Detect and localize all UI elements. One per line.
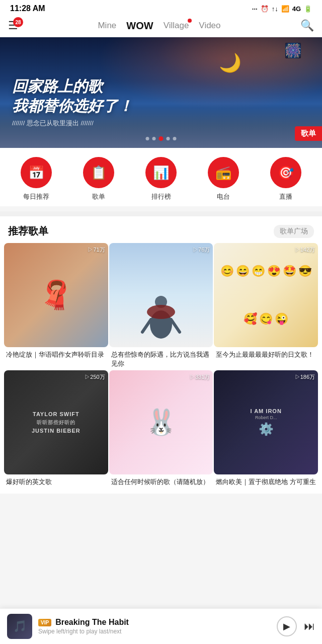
village-dot [188, 19, 192, 23]
dot-2[interactable] [152, 137, 156, 140]
player-controls: ▶ ⏭ [277, 616, 315, 636]
play-count-2: ▷76万 [193, 246, 210, 254]
player-sub-text: Swipe left/right to play last/next [38, 628, 271, 635]
dot-1[interactable] [146, 137, 149, 140]
svg-point-4 [147, 305, 175, 319]
banner-title: 回家路上的歌我都替你选好了！ [12, 76, 133, 116]
banner[interactable]: 🌙 🎆 回家路上的歌我都替你选好了！ /////// 思念已从歌里漫出 ////… [0, 37, 322, 148]
recommend-title: 推荐歌单 [8, 224, 48, 238]
quick-icons: 📅 每日推荐 📋 歌单 📊 排行榜 📻 电台 🎯 直播 [0, 148, 322, 206]
alarm-icon: ⏰ [261, 5, 269, 13]
play-pause-button[interactable]: ▶ [277, 616, 297, 636]
playlist-item-2[interactable]: ▷76万 总有些惊奇的际遇，比方说当我遇见你 [109, 243, 213, 369]
playlist-item-6[interactable]: I AM IRON Robert D... ⚙️ ▷186万 燃向欧美｜置于彻底… [214, 370, 318, 488]
radio-label: 电台 [217, 192, 230, 201]
daily-icon: 📅 [21, 157, 52, 188]
playlist-caption-5: 适合任何时候听的歌（请随机放） [109, 474, 213, 488]
playlist-caption-1: 冷艳绽放｜华语唱作女声聆听目录 [4, 347, 108, 360]
play-count-6: ▷186万 [295, 373, 315, 381]
quick-chart[interactable]: 📊 排行榜 [145, 157, 177, 201]
nav-bar: ☰ 28 Mine WOW Village Video 🔍 [0, 16, 322, 37]
playlist-item-5[interactable]: 🐰 ▷331万 适合任何时候听的歌（请随机放） [109, 370, 213, 488]
fireworks-icon: 🎆 [284, 42, 302, 59]
quick-daily[interactable]: 📅 每日推荐 [21, 157, 52, 201]
playlist-thumb-6: I AM IRON Robert D... ⚙️ ▷186万 [214, 370, 318, 474]
quick-radio[interactable]: 📻 电台 [208, 157, 239, 201]
tab-mine[interactable]: Mine [98, 21, 116, 31]
playlist-thumb-2: ▷76万 [109, 243, 213, 347]
playlist-caption-3: 至今为止最最最最好听的日文歌！ [214, 347, 318, 360]
player-thumb-icon: 🎵 [13, 620, 27, 633]
play-count-5: ▷331万 [190, 373, 210, 381]
notification-badge[interactable]: 28 [13, 17, 23, 27]
tab-video[interactable]: Video [199, 21, 220, 31]
playlist-caption-4: 爆好听的英文歌 [4, 474, 108, 488]
daily-label: 每日推荐 [23, 192, 49, 201]
quick-playlist[interactable]: 📋 歌单 [83, 157, 114, 201]
moon-icon: 🌙 [219, 52, 242, 73]
banner-background: 🌙 🎆 回家路上的歌我都替你选好了！ /////// 思念已从歌里漫出 ////… [0, 37, 322, 148]
battery-icon: 🔋 [304, 5, 312, 13]
next-track-button[interactable]: ⏭ [304, 620, 315, 633]
play-count-1: ▷71万 [88, 246, 105, 254]
bottom-player: 🎵 VIP Breaking The Habit Swipe left/righ… [0, 608, 322, 644]
playlist-item-3[interactable]: 😊😄😁 😍🤩😎 🥰😋😜 ▷142万 至今为止最最最最好听的日文歌！ [214, 243, 318, 369]
radio-icon: 📻 [208, 157, 239, 188]
playlist-caption-2: 总有些惊奇的际遇，比方说当我遇见你 [109, 347, 213, 369]
search-button[interactable]: 🔍 [300, 19, 314, 32]
dot-4[interactable] [167, 137, 170, 140]
tab-wow[interactable]: WOW [126, 20, 153, 32]
player-title-row: VIP Breaking The Habit [38, 618, 271, 627]
status-icons: ··· ⏰ ↑↓ 📶 4G 🔋 [252, 5, 312, 13]
playlist-item-4[interactable]: TAYLOR SWIFT听听那些好听的JUSTIN BIEBER ▷250万 爆… [4, 370, 108, 488]
playlist-thumb-4: TAYLOR SWIFT听听那些好听的JUSTIN BIEBER ▷250万 [4, 370, 108, 474]
svg-line-2 [142, 319, 151, 332]
playlist-plaza-button[interactable]: 歌单广场 [274, 225, 314, 238]
playlist-label: 歌单 [92, 192, 105, 201]
vip-badge: VIP [38, 619, 51, 626]
playlist-caption-6: 燃向欧美｜置于彻底绝地 方可重生 [214, 474, 318, 488]
player-thumbnail[interactable]: 🎵 [7, 614, 32, 639]
network-type: 4G [292, 5, 301, 13]
playlist-thumb-5: 🐰 ▷331万 [109, 370, 213, 474]
player-song-name[interactable]: Breaking The Habit [55, 618, 129, 627]
svg-line-3 [171, 319, 180, 332]
playlist-thumb-1: 🧣 ▷71万 [4, 243, 108, 347]
chart-label: 排行榜 [151, 192, 171, 201]
live-icon: 🎯 [270, 157, 301, 188]
playlist-item-1[interactable]: 🧣 ▷71万 冷艳绽放｜华语唱作女声聆听目录 [4, 243, 108, 369]
banner-dots [146, 136, 177, 141]
notification-dots: ··· [252, 5, 258, 13]
dot-3-active[interactable] [159, 136, 164, 141]
playlist-icon: 📋 [83, 157, 114, 188]
banner-tag[interactable]: 歌单 [295, 126, 322, 141]
bottom-spacer [0, 494, 322, 534]
banner-subtitle: /////// 思念已从歌里漫出 /////// [12, 119, 133, 128]
chart-icon: 📊 [145, 157, 177, 188]
dot-5[interactable] [173, 137, 177, 140]
play-count-3: ▷142万 [295, 246, 315, 254]
banner-text: 回家路上的歌我都替你选好了！ /////// 思念已从歌里漫出 /////// [12, 76, 133, 128]
nav-tabs: Mine WOW Village Video [98, 20, 220, 32]
signal-icon: ↑↓ [272, 5, 278, 13]
player-info: VIP Breaking The Habit Swipe left/right … [38, 618, 271, 635]
live-label: 直播 [279, 192, 292, 201]
playlist-thumb-3: 😊😄😁 😍🤩😎 🥰😋😜 ▷142万 [214, 243, 318, 347]
divider-1 [0, 211, 322, 216]
play-icon: ▶ [283, 621, 290, 632]
status-time: 11:28 AM [10, 4, 45, 13]
play-count-4: ▷250万 [85, 373, 105, 381]
quick-live[interactable]: 🎯 直播 [270, 157, 301, 201]
menu-button-container: ☰ 28 [8, 20, 18, 31]
wifi-icon: 📶 [281, 5, 289, 13]
playlist-grid: 🧣 ▷71万 冷艳绽放｜华语唱作女声聆听目录 ▷76万 总有些惊奇的际遇，比方说… [0, 243, 322, 494]
status-bar: 11:28 AM ··· ⏰ ↑↓ 📶 4G 🔋 [0, 0, 322, 16]
tab-village[interactable]: Village [164, 21, 189, 31]
recommend-section-header: 推荐歌单 歌单广场 [0, 216, 322, 243]
